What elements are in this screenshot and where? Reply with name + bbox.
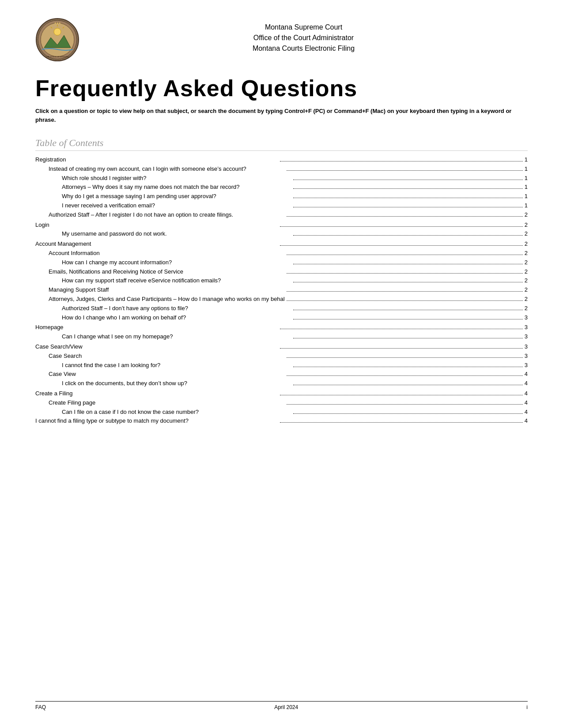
toc-item-page: 2	[525, 267, 528, 277]
toc-item[interactable]: Homepage3	[35, 323, 528, 332]
toc-dots	[293, 188, 523, 189]
toc-item-page: 1	[525, 192, 528, 201]
toc-item[interactable]: My username and password do not work.2	[35, 229, 528, 239]
toc-item-label: How do I change who I am working on beha…	[62, 313, 291, 323]
toc-dots	[293, 319, 523, 319]
toc-item-label: Account Management	[35, 240, 278, 249]
toc-item-page: 4	[525, 408, 528, 417]
toc-dots	[293, 235, 523, 236]
toc-item[interactable]: Login2	[35, 221, 528, 230]
toc-item-label: Which role should I register with?	[62, 174, 291, 183]
header-line3: Montana Courts Electronic Filing	[79, 43, 528, 54]
toc-dots	[293, 367, 523, 367]
header-line1: Montana Supreme Court	[79, 22, 528, 33]
toc-dots	[293, 413, 523, 414]
page-title: Frequently Asked Questions	[35, 75, 528, 101]
toc-item-label: Account Information	[49, 249, 285, 258]
toc-item-page: 2	[525, 249, 528, 258]
toc-dots	[293, 338, 523, 338]
toc-item-label: Authorized Staff – After I register I do…	[49, 210, 285, 220]
toc-item-page: 2	[525, 240, 528, 249]
toc-dots	[287, 255, 523, 255]
toc-item[interactable]: Can I change what I see on my homepage?3	[35, 332, 528, 341]
toc-dots	[280, 395, 523, 395]
toc-item[interactable]: Case Search/View3	[35, 342, 528, 352]
toc-item-label: Create Filing page	[49, 398, 285, 408]
toc-item[interactable]: I cannot find a filing type or subtype t…	[35, 417, 528, 426]
toc-dots	[280, 161, 523, 161]
toc-item[interactable]: How do I change who I am working on beha…	[35, 313, 528, 323]
footer-left: FAQ	[35, 704, 46, 710]
toc-item[interactable]: Authorized Staff – After I register I do…	[35, 210, 528, 220]
toc-item[interactable]: Instead of creating my own account, can …	[35, 165, 528, 174]
toc-dots	[287, 300, 523, 301]
toc-dots	[287, 357, 523, 358]
toc-item-page: 1	[525, 183, 528, 192]
toc-item[interactable]: I never received a verification email?1	[35, 201, 528, 210]
toc-item-label: Homepage	[35, 323, 278, 332]
toc-dots	[280, 226, 523, 227]
toc-item[interactable]: Case Search3	[35, 352, 528, 361]
toc-item[interactable]: Which role should I register with?1	[35, 174, 528, 183]
toc-dots	[293, 310, 523, 310]
toc-item-label: Can I file on a case if I do not know th…	[62, 408, 291, 417]
toc-item[interactable]: I click on the documents, but they don’t…	[35, 379, 528, 388]
toc-dots	[287, 375, 523, 376]
toc-item-page: 3	[525, 323, 528, 332]
toc-item[interactable]: Case View4	[35, 370, 528, 379]
toc-item[interactable]: I cannot find the case I am looking for?…	[35, 361, 528, 370]
toc-item[interactable]: Emails, Notifications and Receiving Noti…	[35, 267, 528, 277]
toc-title: Table of Contents	[35, 137, 528, 151]
toc-dots	[280, 245, 523, 246]
svg-point-2	[41, 23, 74, 56]
toc-item-page: 4	[525, 389, 528, 398]
header-text-block: Montana Supreme Court Office of the Cour…	[79, 18, 528, 54]
court-seal-icon: ★ ★ ★ GREAT SEAL OF MONTANA	[35, 18, 79, 62]
toc-dots	[280, 348, 523, 349]
toc-item[interactable]: Attorneys – Why does it say my name does…	[35, 183, 528, 192]
toc-item[interactable]: Managing Support Staff2	[35, 285, 528, 295]
toc-item-page: 3	[525, 313, 528, 323]
toc-item-page: 2	[525, 276, 528, 285]
toc-item-page: 3	[525, 332, 528, 341]
toc-dots	[293, 282, 523, 282]
toc-item-page: 4	[525, 379, 528, 388]
page-footer: FAQ April 2024 i	[35, 701, 528, 710]
toc-dots	[287, 291, 523, 292]
toc-item[interactable]: How can my support staff receive eServic…	[35, 276, 528, 285]
toc-item-page: 1	[525, 174, 528, 183]
toc-item[interactable]: Registration1	[35, 155, 528, 165]
toc-item[interactable]: Why do I get a message saying I am pendi…	[35, 192, 528, 201]
toc-dots	[280, 329, 523, 329]
toc-item-label: Case Search	[49, 352, 285, 361]
toc-item-page: 2	[525, 229, 528, 239]
toc-item[interactable]: Create a Filing4	[35, 389, 528, 398]
toc-item-label: I click on the documents, but they don’t…	[62, 379, 291, 388]
toc-dots	[287, 404, 523, 405]
toc-item[interactable]: Can I file on a case if I do not know th…	[35, 408, 528, 417]
toc-dots	[280, 422, 523, 423]
toc-item-page: 4	[525, 370, 528, 379]
toc-item-label: Case View	[49, 370, 285, 379]
toc-item-label: Attorneys, Judges, Clerks and Case Parti…	[49, 295, 285, 304]
toc-item-label: How can my support staff receive eServic…	[62, 276, 291, 285]
toc-item[interactable]: How can I change my account information?…	[35, 258, 528, 267]
toc-item-page: 2	[525, 304, 528, 313]
toc-item-label: Why do I get a message saying I am pendi…	[62, 192, 291, 201]
toc-dots	[287, 216, 523, 217]
toc-item-label: I cannot find a filing type or subtype t…	[35, 417, 278, 426]
toc-item-label: Attorneys – Why does it say my name does…	[62, 183, 291, 192]
toc-item-label: How can I change my account information?	[62, 258, 291, 267]
toc-item[interactable]: Attorneys, Judges, Clerks and Case Parti…	[35, 295, 528, 304]
table-of-contents: Table of Contents Registration1Instead o…	[35, 137, 528, 426]
toc-item-label: Login	[35, 221, 278, 230]
toc-item[interactable]: Create Filing page4	[35, 398, 528, 408]
toc-item[interactable]: Account Information2	[35, 249, 528, 258]
toc-dots	[287, 273, 523, 274]
toc-item[interactable]: Authorized Staff – I don’t have any opti…	[35, 304, 528, 313]
toc-dots	[293, 180, 523, 180]
toc-item[interactable]: Account Management2	[35, 240, 528, 249]
toc-item-page: 1	[525, 165, 528, 174]
toc-item-label: Case Search/View	[35, 342, 278, 352]
svg-text:GREAT SEAL OF MONTANA: GREAT SEAL OF MONTANA	[46, 56, 69, 58]
